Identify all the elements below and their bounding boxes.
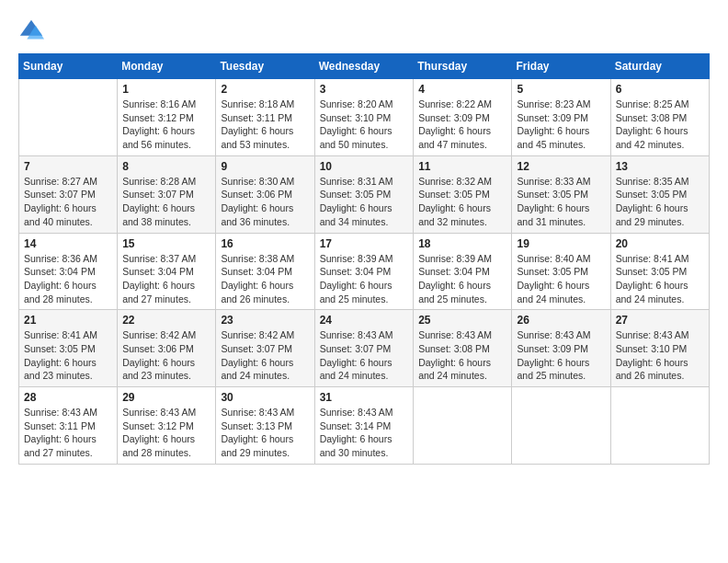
calendar-cell: 6Sunrise: 8:25 AMSunset: 3:08 PMDaylight… (610, 79, 709, 156)
day-number: 5 (517, 83, 605, 96)
week-row-4: 21Sunrise: 8:41 AMSunset: 3:05 PMDayligh… (19, 310, 710, 387)
day-info: Sunrise: 8:43 AMSunset: 3:10 PMDaylight:… (616, 328, 704, 383)
day-info: Sunrise: 8:39 AMSunset: 3:04 PMDaylight:… (418, 252, 506, 306)
calendar-cell: 21Sunrise: 8:41 AMSunset: 3:05 PMDayligh… (19, 310, 118, 387)
day-number: 9 (221, 160, 309, 173)
day-number: 28 (24, 391, 112, 404)
day-info: Sunrise: 8:37 AMSunset: 3:04 PMDaylight:… (122, 252, 210, 306)
week-row-3: 14Sunrise: 8:36 AMSunset: 3:04 PMDayligh… (19, 233, 710, 310)
weekday-header-monday: Monday (118, 54, 216, 79)
calendar-cell: 30Sunrise: 8:43 AMSunset: 3:13 PMDayligh… (216, 387, 314, 465)
day-info: Sunrise: 8:43 AMSunset: 3:08 PMDaylight:… (418, 328, 506, 383)
day-number: 8 (122, 160, 210, 173)
calendar-cell: 29Sunrise: 8:43 AMSunset: 3:12 PMDayligh… (118, 387, 216, 465)
calendar-cell: 26Sunrise: 8:43 AMSunset: 3:09 PMDayligh… (512, 310, 610, 387)
day-info: Sunrise: 8:31 AMSunset: 3:05 PMDaylight:… (320, 175, 409, 229)
calendar-cell: 16Sunrise: 8:38 AMSunset: 3:04 PMDayligh… (216, 233, 314, 310)
day-info: Sunrise: 8:18 AMSunset: 3:11 PMDaylight:… (221, 98, 309, 152)
calendar-cell: 10Sunrise: 8:31 AMSunset: 3:05 PMDayligh… (314, 155, 414, 233)
day-info: Sunrise: 8:35 AMSunset: 3:05 PMDaylight:… (616, 175, 704, 229)
day-info: Sunrise: 8:39 AMSunset: 3:04 PMDaylight:… (320, 252, 409, 306)
calendar-cell: 1Sunrise: 8:16 AMSunset: 3:12 PMDaylight… (118, 79, 216, 156)
day-info: Sunrise: 8:30 AMSunset: 3:06 PMDaylight:… (221, 175, 309, 229)
page-container: SundayMondayTuesdayWednesdayThursdayFrid… (18, 18, 710, 465)
day-info: Sunrise: 8:27 AMSunset: 3:07 PMDaylight:… (24, 175, 112, 229)
day-number: 21 (24, 314, 112, 327)
day-info: Sunrise: 8:41 AMSunset: 3:05 PMDaylight:… (24, 328, 112, 383)
day-info: Sunrise: 8:43 AMSunset: 3:09 PMDaylight:… (517, 328, 605, 383)
day-number: 23 (221, 314, 309, 327)
day-number: 22 (122, 314, 210, 327)
day-info: Sunrise: 8:42 AMSunset: 3:07 PMDaylight:… (221, 328, 309, 383)
day-info: Sunrise: 8:23 AMSunset: 3:09 PMDaylight:… (517, 98, 605, 152)
calendar-cell: 18Sunrise: 8:39 AMSunset: 3:04 PMDayligh… (414, 233, 512, 310)
day-number: 19 (517, 237, 605, 250)
week-row-1: 1Sunrise: 8:16 AMSunset: 3:12 PMDaylight… (19, 79, 710, 156)
calendar-cell: 11Sunrise: 8:32 AMSunset: 3:05 PMDayligh… (414, 155, 512, 233)
day-number: 26 (517, 314, 605, 327)
day-number: 14 (24, 237, 112, 250)
calendar-cell: 8Sunrise: 8:28 AMSunset: 3:07 PMDaylight… (118, 155, 216, 233)
calendar-cell: 14Sunrise: 8:36 AMSunset: 3:04 PMDayligh… (19, 233, 118, 310)
day-number: 1 (122, 83, 210, 96)
day-info: Sunrise: 8:40 AMSunset: 3:05 PMDaylight:… (517, 252, 605, 306)
day-number: 10 (320, 160, 409, 173)
calendar-cell: 9Sunrise: 8:30 AMSunset: 3:06 PMDaylight… (216, 155, 314, 233)
day-number: 30 (221, 391, 309, 404)
weekday-header-wednesday: Wednesday (314, 54, 414, 79)
day-number: 29 (122, 391, 210, 404)
calendar-cell: 25Sunrise: 8:43 AMSunset: 3:08 PMDayligh… (414, 310, 512, 387)
day-number: 15 (122, 237, 210, 250)
day-number: 13 (616, 160, 704, 173)
day-number: 3 (320, 83, 409, 96)
calendar-cell: 15Sunrise: 8:37 AMSunset: 3:04 PMDayligh… (118, 233, 216, 310)
calendar-table: SundayMondayTuesdayWednesdayThursdayFrid… (18, 53, 710, 465)
day-number: 24 (320, 314, 409, 327)
calendar-cell (19, 79, 118, 156)
calendar-cell (610, 387, 709, 465)
weekday-header-saturday: Saturday (610, 54, 709, 79)
day-number: 25 (418, 314, 506, 327)
logo-icon (18, 18, 44, 44)
day-info: Sunrise: 8:28 AMSunset: 3:07 PMDaylight:… (122, 175, 210, 229)
day-number: 7 (24, 160, 112, 173)
calendar-cell (512, 387, 610, 465)
weekday-header-tuesday: Tuesday (216, 54, 314, 79)
calendar-cell: 23Sunrise: 8:42 AMSunset: 3:07 PMDayligh… (216, 310, 314, 387)
day-number: 2 (221, 83, 309, 96)
calendar-cell: 13Sunrise: 8:35 AMSunset: 3:05 PMDayligh… (610, 155, 709, 233)
day-number: 20 (616, 237, 704, 250)
calendar-cell: 5Sunrise: 8:23 AMSunset: 3:09 PMDaylight… (512, 79, 610, 156)
day-number: 18 (418, 237, 506, 250)
day-number: 27 (616, 314, 704, 327)
calendar-cell: 24Sunrise: 8:43 AMSunset: 3:07 PMDayligh… (314, 310, 414, 387)
calendar-cell: 28Sunrise: 8:43 AMSunset: 3:11 PMDayligh… (19, 387, 118, 465)
day-info: Sunrise: 8:25 AMSunset: 3:08 PMDaylight:… (616, 98, 704, 152)
calendar-cell: 3Sunrise: 8:20 AMSunset: 3:10 PMDaylight… (314, 79, 414, 156)
day-info: Sunrise: 8:43 AMSunset: 3:12 PMDaylight:… (122, 406, 210, 460)
calendar-cell: 19Sunrise: 8:40 AMSunset: 3:05 PMDayligh… (512, 233, 610, 310)
weekday-header-row: SundayMondayTuesdayWednesdayThursdayFrid… (19, 54, 710, 79)
day-info: Sunrise: 8:43 AMSunset: 3:14 PMDaylight:… (320, 406, 409, 460)
calendar-cell: 2Sunrise: 8:18 AMSunset: 3:11 PMDaylight… (216, 79, 314, 156)
week-row-2: 7Sunrise: 8:27 AMSunset: 3:07 PMDaylight… (19, 155, 710, 233)
day-info: Sunrise: 8:16 AMSunset: 3:12 PMDaylight:… (122, 98, 210, 152)
day-info: Sunrise: 8:41 AMSunset: 3:05 PMDaylight:… (616, 252, 704, 306)
day-info: Sunrise: 8:42 AMSunset: 3:06 PMDaylight:… (122, 328, 210, 383)
week-row-5: 28Sunrise: 8:43 AMSunset: 3:11 PMDayligh… (19, 387, 710, 465)
day-info: Sunrise: 8:20 AMSunset: 3:10 PMDaylight:… (320, 98, 409, 152)
day-info: Sunrise: 8:32 AMSunset: 3:05 PMDaylight:… (418, 175, 506, 229)
day-number: 6 (616, 83, 704, 96)
calendar-cell (414, 387, 512, 465)
calendar-cell: 12Sunrise: 8:33 AMSunset: 3:05 PMDayligh… (512, 155, 610, 233)
weekday-header-thursday: Thursday (414, 54, 512, 79)
day-number: 17 (320, 237, 409, 250)
day-number: 12 (517, 160, 605, 173)
day-info: Sunrise: 8:22 AMSunset: 3:09 PMDaylight:… (418, 98, 506, 152)
day-number: 16 (221, 237, 309, 250)
weekday-header-friday: Friday (512, 54, 610, 79)
day-number: 4 (418, 83, 506, 96)
day-number: 31 (320, 391, 409, 404)
day-info: Sunrise: 8:43 AMSunset: 3:11 PMDaylight:… (24, 406, 112, 460)
day-info: Sunrise: 8:43 AMSunset: 3:13 PMDaylight:… (221, 406, 309, 460)
